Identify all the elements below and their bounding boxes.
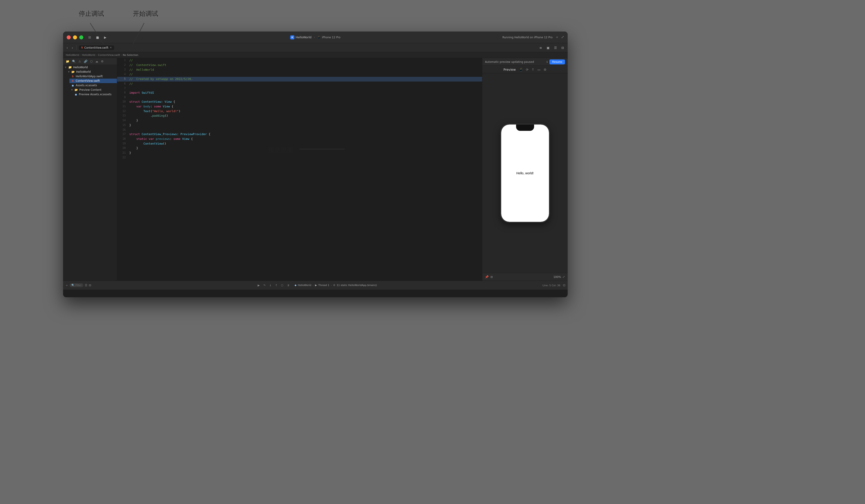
expand-button[interactable]: ⤢ (561, 35, 564, 40)
code-line-6: 6 // (117, 82, 482, 86)
sidebar-nav-6[interactable]: ☁ (94, 59, 99, 63)
debug-breakpoints[interactable]: ⬡ (280, 283, 284, 288)
sidebar-item-contentview[interactable]: S ContentView.swift (69, 79, 117, 83)
grid-icon[interactable]: ⊞ (491, 275, 493, 279)
add-button[interactable]: ＋ (555, 35, 559, 40)
zoom-level: 100% (553, 276, 561, 279)
sidebar-nav-1[interactable]: 📁 (65, 59, 70, 63)
inspector-toggle[interactable]: ⊟ (560, 45, 565, 50)
code-line-14: 14 } (117, 118, 482, 123)
search-icon: 🔍 (71, 284, 74, 287)
preview-info-icon[interactable]: ℹ (547, 60, 548, 63)
stop-button[interactable]: ■ (95, 35, 101, 40)
preview-orientation-icon[interactable]: ⟳ (526, 68, 529, 71)
preview-content-label: Preview Content (79, 88, 101, 91)
minimize-button[interactable] (73, 35, 77, 39)
tab-filename: ContentView.swift (84, 46, 108, 49)
sidebar-nav-2[interactable]: 🔍 (71, 59, 77, 63)
code-line-3: 3 // HelloWorld (117, 68, 482, 72)
preview-assets-label: Preview Assets.xcassets (79, 93, 112, 96)
debug-pause[interactable]: ⏸ (286, 283, 291, 288)
filter-input[interactable]: 🔍 Filter (70, 283, 83, 287)
bottom-bar-center: ▶ ↷ ↓ ↑ ⬡ ⏸ ◆ HelloWorld › ▶ Thread 1 › … (93, 283, 541, 288)
sidebar-nav-5[interactable]: ⬡ (89, 59, 93, 63)
pin-icon[interactable]: 📌 (485, 275, 488, 279)
debug-step-into[interactable]: ↓ (268, 283, 272, 288)
editor-controls: ≡ ▣ ☰ ⊟ (538, 45, 565, 50)
sidebar: 📁 🔍 ⚠ 🔗 ⬡ ☁ ⚙ ▼ 📁 HelloWorld ▼ 📂 (63, 58, 117, 281)
swift-file-icon: S (81, 46, 83, 49)
preview-bottom: 📌 ⊞ 100% ⤢ (482, 273, 568, 281)
code-line-11: 11 var body: some View { (117, 104, 482, 109)
sidebar-item-preview-content[interactable]: ▼ 📂 Preview Content (69, 87, 117, 92)
sidebar-item-assets[interactable]: ◼ Assets.xcassets (69, 83, 117, 87)
xcassets-icon: ◼ (71, 84, 74, 87)
phone-screen: Hello, world! (501, 125, 549, 222)
sidebar-nav-3[interactable]: ⚠ (78, 59, 82, 63)
xcode-window: ⊞ ■ ▶ H HelloWorld › 📱 iPhone 12 Pro Run… (63, 32, 568, 297)
add-debug-button[interactable]: ＋ (65, 283, 68, 288)
debug-step-out[interactable]: ↑ (274, 283, 278, 288)
sidebar-item-preview-assets[interactable]: ◼ Preview Assets.xcassets (72, 92, 117, 97)
debug-ctrl-2[interactable]: ⊟ (89, 283, 91, 287)
frame-label: 11 static HelloWorldApp.$main() (337, 284, 377, 287)
sidebar-toolbar: 📁 🔍 ⚠ 🔗 ⬡ ☁ ⚙ (63, 58, 117, 65)
app-debug-label: HelloWorld (298, 284, 311, 287)
preview-screen-icon[interactable]: ▭ (538, 68, 540, 71)
debug-continue[interactable]: ▶ (257, 283, 261, 288)
code-line-13: 13 .padding() (117, 114, 482, 118)
code-line-1: 1 // (117, 58, 482, 63)
code-line-21: 21 } (117, 151, 482, 155)
breadcrumb-bar: HelloWorld › HelloWorld › ContentView.sw… (63, 52, 568, 58)
show-standard-editor[interactable]: ≡ (538, 45, 544, 50)
code-line-9: 9 (117, 95, 482, 99)
sidebar-toggle-button[interactable]: ⊞ (87, 35, 93, 40)
active-tab[interactable]: S ContentView.swift ✕ (79, 46, 114, 50)
debug-step-over[interactable]: ↷ (263, 283, 266, 288)
swift-icon-app: S (71, 75, 74, 78)
sidebar-root-item[interactable]: ▼ 📁 HelloWorld (63, 65, 117, 70)
debug-ctrl-1[interactable]: ☰ (85, 283, 88, 287)
breadcrumb-2[interactable]: HelloWorld (82, 54, 95, 57)
preview-status: Automatic preview updating paused (485, 60, 545, 63)
close-button[interactable] (67, 35, 71, 39)
preview-share-icon[interactable]: ↑ (532, 68, 534, 71)
swift-icon-content: S (71, 80, 74, 82)
zoom-controls: 100% ⤢ (553, 275, 565, 279)
title-bar-right: Running HelloWorld on iPhone 12 Pro ＋ ⤢ (502, 35, 564, 40)
code-line-8: 8 import SwiftUI (117, 91, 482, 95)
code-line-2: 2 // ContentView.swift (117, 63, 482, 68)
preview-controls: Preview 📱 ⟳ ↑ ▭ ⚙ (482, 66, 568, 73)
code-line-5: 5 // Created by xetaapp on 2022/5/20. (117, 77, 482, 82)
code-line-19: 19 ContentView() (117, 141, 482, 146)
code-line-17: 17 struct ContentView_Previews: PreviewP… (117, 132, 482, 137)
preview-device-icon[interactable]: 📱 (519, 68, 523, 71)
contentview-label: ContentView.swift (76, 79, 100, 82)
title-bar: ⊞ ■ ▶ H HelloWorld › 📱 iPhone 12 Pro Run… (63, 32, 568, 43)
breadcrumb-current: No Selection (123, 54, 138, 57)
editor-mode-icon[interactable]: ⊡ (563, 283, 565, 287)
back-button[interactable]: ‹ (65, 45, 69, 50)
breadcrumb-3[interactable]: ContentView.swift (98, 54, 120, 57)
run-button[interactable]: ▶ (103, 35, 108, 40)
preview-settings-icon[interactable]: ⚙ (544, 68, 546, 71)
code-line-15: 15 } (117, 123, 482, 128)
code-editor[interactable]: 1 // 2 // ContentView.swift 3 // HelloWo… (117, 58, 482, 281)
zoom-fit-icon[interactable]: ⤢ (563, 275, 565, 279)
show-authors[interactable]: ☰ (553, 45, 558, 50)
show-canvas[interactable]: ▣ (545, 45, 551, 50)
forward-button[interactable]: › (70, 45, 74, 50)
tab-close-icon[interactable]: ✕ (110, 46, 112, 49)
code-container: 1 // 2 // ContentView.swift 3 // HelloWo… (117, 58, 482, 160)
code-line-4: 4 // (117, 72, 482, 77)
preview-tab-label[interactable]: Preview (504, 68, 516, 71)
sidebar-group-helloworld[interactable]: ▼ 📂 HelloWorld (66, 70, 117, 74)
sidebar-nav-7[interactable]: ⚙ (100, 59, 104, 63)
breadcrumb-1[interactable]: HelloWorld (66, 54, 79, 57)
sidebar-nav-4[interactable]: 🔗 (83, 59, 88, 63)
bottom-bar-left: ＋ 🔍 Filter ☰ ⊟ (65, 283, 91, 288)
sidebar-item-app[interactable]: S HelloWorldApp.swift (69, 74, 117, 79)
maximize-button[interactable] (79, 35, 83, 39)
resume-button[interactable]: Resume (550, 59, 565, 65)
annotation-start-debug: 开始调试 (133, 10, 158, 18)
